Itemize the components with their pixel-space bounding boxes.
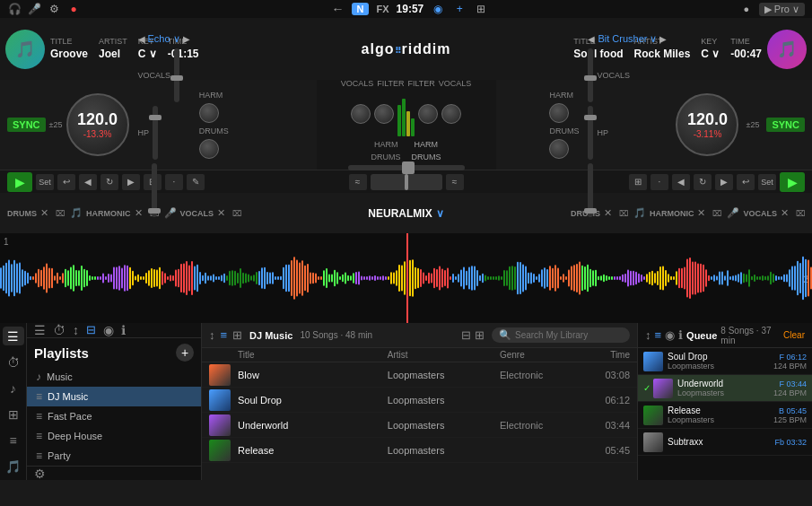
mic-icon[interactable]: 🎤 — [27, 2, 41, 16]
deck-right-lp-fader[interactable] — [588, 163, 593, 217]
vocals-left-isolate[interactable]: ⌧ — [232, 209, 241, 218]
mixer-knob-2[interactable] — [374, 104, 394, 124]
queue-item[interactable]: Soul Drop Loopmasters F 06:12 124 BPM — [638, 348, 812, 375]
deck-left-tap[interactable]: · — [165, 174, 183, 190]
pro-button[interactable]: ▶ Pro ∨ — [759, 3, 805, 16]
sidebar-eye-icon[interactable]: ◉ — [103, 323, 114, 337]
list-icon[interactable]: ≡ — [221, 328, 228, 342]
deck-right-next[interactable]: ▶ — [715, 174, 733, 190]
deck-right-drums-knob[interactable] — [549, 139, 569, 159]
mixer-knob-3[interactable] — [418, 104, 438, 124]
col-time-header[interactable]: Time — [589, 350, 630, 360]
deck-left-prev[interactable]: ◀ — [79, 174, 97, 190]
deck-left-harm-knob[interactable] — [199, 103, 219, 123]
back-nav[interactable]: ← — [332, 2, 345, 16]
mixer-knob-1[interactable] — [351, 104, 371, 124]
pitch-left[interactable]: ≈ — [349, 174, 367, 190]
deck-right-harm-knob[interactable] — [549, 103, 569, 123]
mixer-knob-4[interactable] — [441, 104, 461, 124]
queue-item[interactable]: ✓ Underworld Loopmasters F 03:44 124 BPM — [638, 375, 812, 402]
settings-icon[interactable]: ⚙ — [47, 2, 61, 16]
deck-left-loop[interactable]: ↩ — [57, 174, 75, 190]
queue-sort-icon[interactable]: ↕ — [645, 328, 651, 342]
library-icon-btn[interactable]: ☰ — [3, 327, 24, 345]
deck-right-bpm-knob[interactable]: 120.0 -3.11% — [676, 93, 738, 156]
drums-right-mute[interactable]: ✕ — [604, 207, 612, 219]
deck-right-fx-name[interactable]: Bit Crusher ∨ — [598, 33, 657, 45]
deck-right-play[interactable]: ▶ — [780, 172, 805, 192]
table-row[interactable]: Release Loopmasters 05:45 — [202, 438, 637, 463]
sidebar-item-party[interactable]: ≡ Party — [27, 446, 201, 466]
deck-right-hp-fader[interactable] — [588, 106, 593, 160]
deck-left-hp-fader[interactable] — [153, 106, 158, 160]
table-row[interactable]: Underworld Loopmasters Electronic 03:44 — [202, 413, 637, 438]
col-genre-header[interactable]: Genre — [500, 350, 589, 360]
pitch-right[interactable]: ≈ — [446, 174, 464, 190]
effects-icon-btn[interactable]: ♪ — [3, 379, 24, 397]
table-row[interactable]: Soul Drop Loopmasters 06:12 — [202, 388, 637, 413]
col-title-header[interactable]: Title — [238, 350, 388, 360]
vocals-left-mute[interactable]: ✕ — [217, 207, 225, 219]
table-row[interactable]: Blow Loopmasters Electronic 03:08 — [202, 362, 637, 388]
deck-left-play[interactable]: ▶ — [7, 172, 32, 192]
deck-right-loop[interactable]: ↩ — [737, 174, 755, 190]
deck-right-fader[interactable] — [588, 48, 593, 102]
sidebar-item-music[interactable]: ♪ Music — [27, 367, 201, 387]
deck-left-sync[interactable]: SYNC — [7, 118, 46, 132]
queue-eye-icon[interactable]: ◉ — [665, 328, 675, 342]
sidebar-clock-icon[interactable]: ⏱ — [53, 323, 65, 337]
harmonic-right-isolate[interactable]: ⌧ — [712, 209, 721, 218]
deck-left-drums-knob[interactable] — [199, 139, 219, 159]
search-input[interactable] — [515, 330, 623, 340]
vocals-right-mute[interactable]: ✕ — [781, 207, 789, 219]
deck-left-lp-fader[interactable] — [152, 163, 157, 217]
deck-left-fader[interactable] — [174, 48, 179, 102]
drums-right-isolate[interactable]: ⌧ — [619, 209, 628, 218]
plus-icon[interactable]: + — [452, 2, 467, 16]
deck-left-next[interactable]: ▶ — [122, 174, 140, 190]
crossfader-track[interactable] — [348, 165, 465, 170]
deck-left-set[interactable]: Set — [36, 174, 54, 190]
add-playlist-button[interactable]: + — [176, 344, 194, 362]
queue-item[interactable]: Release Loopmasters B 05:45 125 BPM — [638, 402, 812, 429]
record-icon[interactable]: ● — [66, 2, 81, 16]
settings-bottom-icon[interactable]: ⚙ — [34, 467, 46, 481]
sidebar-info-icon[interactable]: ℹ — [121, 323, 126, 337]
neural-mix-arrow[interactable]: ∨ — [436, 207, 444, 220]
sidebar-list-icon[interactable]: ☰ — [34, 323, 46, 337]
harmonic-right-mute[interactable]: ✕ — [697, 207, 705, 219]
deck-right-sync[interactable]: SYNC — [766, 118, 805, 132]
deck-right-prev[interactable]: ◀ — [672, 174, 690, 190]
deck-left-bpm-knob[interactable]: 120.0 -13.3% — [66, 93, 129, 156]
sidebar-item-fastpace[interactable]: ≡ Fast Pace — [27, 406, 201, 426]
deck-left-edit[interactable]: ✎ — [187, 174, 205, 190]
fx-badge[interactable]: FX — [376, 4, 389, 14]
drums-left-mute[interactable]: ✕ — [40, 207, 48, 219]
deck-left-cue-loop[interactable]: ↻ — [100, 174, 118, 190]
history-icon-btn[interactable]: ⏱ — [3, 353, 24, 371]
waveform-area[interactable]: 1 2 // Generated inline via JS below — [0, 233, 812, 323]
headphones-icon[interactable]: 🎧 — [7, 2, 22, 16]
harmonic-left-mute[interactable]: ✕ — [135, 207, 143, 219]
deck-right-grid[interactable]: ⊞ — [629, 174, 647, 190]
deck-left-fx-name[interactable]: Echo ∨ — [148, 33, 180, 45]
deck-right-tap[interactable]: · — [650, 174, 668, 190]
columns-icon[interactable]: ⊞ — [475, 328, 485, 342]
queue-clear-button[interactable]: Clear — [783, 330, 805, 340]
deck-right-cue-loop[interactable]: ↻ — [694, 174, 712, 190]
pitch-fader[interactable] — [371, 174, 442, 190]
drums-left-isolate[interactable]: ⌧ — [56, 209, 65, 218]
queue-item[interactable]: Subtraxx Fb 03:32 — [638, 429, 812, 456]
automix-icon-btn[interactable]: 🎵 — [3, 458, 24, 476]
mixer-icon-btn[interactable]: ≡ — [3, 432, 24, 450]
queue-info-icon[interactable]: ℹ — [678, 328, 683, 342]
sidebar-grid-icon[interactable]: ⊟ — [86, 323, 96, 337]
user-icon[interactable]: ● — [739, 2, 754, 16]
sidebar-item-deephouse[interactable]: ≡ Deep House — [27, 426, 201, 446]
sidebar-item-djmusic[interactable]: ≡ DJ Music — [27, 387, 201, 406]
grid-view-icon[interactable]: ⊞ — [232, 328, 242, 342]
grid-icon[interactable]: ⊞ — [474, 2, 488, 16]
deck-right-set[interactable]: Set — [758, 174, 776, 190]
filter-icon[interactable]: ⊟ — [461, 328, 471, 342]
col-artist-header[interactable]: Artist — [388, 350, 500, 360]
